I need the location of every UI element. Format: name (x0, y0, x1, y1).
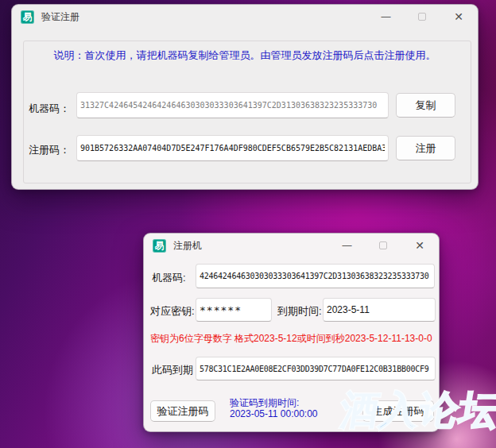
instructions-text: 说明：首次使用，请把机器码复制给管理员。由管理员发放注册码后点击注册使用。 (12, 48, 478, 63)
verification-expiry-info: 验证码到期时间: 2023-05-11 00:00:00 (230, 397, 318, 419)
verify-registration-code-button[interactable]: 验证注册码 (150, 400, 215, 422)
titlebar[interactable]: 易 验证注册 — ✕ (12, 5, 478, 29)
close-icon[interactable]: ✕ (411, 234, 428, 257)
machine-code-label: 机器码: (152, 271, 186, 285)
machine-code-input[interactable] (76, 92, 389, 118)
easy-language-app-icon: 易 (153, 239, 166, 253)
maximize-icon[interactable] (413, 5, 431, 29)
code-expire-label: 此码到期 (152, 363, 193, 377)
register-button[interactable]: 注册 (396, 136, 455, 160)
window-title: 注册机 (173, 239, 202, 253)
machine-code-input[interactable] (196, 264, 435, 288)
window-title: 验证注册 (41, 10, 79, 24)
desktop-background: 易 验证注册 — ✕ 说明：首次使用，请把机器码复制给管理员。由管理员发放注册码… (0, 0, 496, 448)
key-label: 对应密钥: (150, 304, 195, 319)
easy-language-app-icon: 易 (21, 10, 34, 24)
minimize-icon[interactable]: — (377, 5, 394, 29)
generate-registration-code-button[interactable]: 生成注册码 (362, 400, 434, 422)
maximize-icon[interactable] (374, 234, 392, 257)
maximize-box-glyph (418, 13, 426, 21)
key-format-hint: 密钥为6位字母数字 格式2023-5-12或时间到秒2023-5-12-11-1… (150, 332, 438, 346)
expire-time-input[interactable] (323, 298, 436, 322)
window-verify-register: 易 验证注册 — ✕ 说明：首次使用，请把机器码复制给管理员。由管理员发放注册码… (11, 4, 479, 190)
verification-expiry-caption: 验证码到期时间: (230, 397, 318, 408)
verification-expiry-datetime: 2023-05-11 00:00:00 (230, 408, 318, 419)
code-expire-input[interactable] (196, 357, 436, 380)
key-input[interactable] (196, 298, 272, 322)
window-controls: — ✕ (358, 5, 467, 29)
expire-time-label: 到期时间: (277, 304, 322, 319)
close-icon[interactable]: ✕ (450, 5, 467, 29)
window-keygen: 易 注册机 — ✕ 机器码: 对应密钥: 到期时间: 密钥为6位字母数字 格式2… (143, 233, 440, 432)
maximize-box-glyph (379, 241, 387, 249)
machine-code-label: 机器码： (29, 102, 70, 116)
registration-code-input[interactable] (76, 135, 389, 161)
copy-button[interactable]: 复制 (396, 93, 455, 118)
window-controls: — ✕ (319, 234, 428, 257)
registration-code-label: 注册码： (29, 143, 70, 157)
minimize-icon[interactable]: — (338, 234, 355, 257)
titlebar[interactable]: 易 注册机 — ✕ (144, 234, 439, 257)
